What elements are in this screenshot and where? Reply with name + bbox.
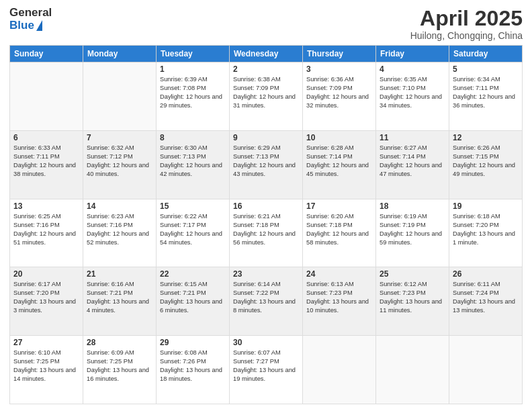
day-info: Sunrise: 6:35 AM Sunset: 7:10 PM Dayligh… <box>380 75 445 110</box>
calendar-cell: 25Sunrise: 6:12 AM Sunset: 7:23 PM Dayli… <box>376 267 449 336</box>
calendar-cell: 3Sunrise: 6:36 AM Sunset: 7:09 PM Daylig… <box>303 62 376 131</box>
day-number: 5 <box>453 64 519 74</box>
day-number: 16 <box>233 201 299 211</box>
week-row-1: 1Sunrise: 6:39 AM Sunset: 7:08 PM Daylig… <box>10 62 523 131</box>
day-number: 30 <box>233 338 299 347</box>
day-info: Sunrise: 6:38 AM Sunset: 7:09 PM Dayligh… <box>233 75 299 110</box>
calendar-cell: 2Sunrise: 6:38 AM Sunset: 7:09 PM Daylig… <box>230 62 303 131</box>
day-info: Sunrise: 6:36 AM Sunset: 7:09 PM Dayligh… <box>306 75 372 110</box>
day-info: Sunrise: 6:27 AM Sunset: 7:14 PM Dayligh… <box>380 144 445 179</box>
day-number: 6 <box>13 133 79 142</box>
day-info: Sunrise: 6:34 AM Sunset: 7:11 PM Dayligh… <box>453 75 519 110</box>
day-number: 26 <box>453 269 519 279</box>
calendar-cell: 21Sunrise: 6:16 AM Sunset: 7:21 PM Dayli… <box>83 267 157 336</box>
calendar-cell <box>10 62 83 131</box>
day-number: 7 <box>87 133 152 142</box>
day-number: 28 <box>87 338 152 347</box>
calendar-cell: 28Sunrise: 6:09 AM Sunset: 7:25 PM Dayli… <box>83 336 157 404</box>
day-number: 13 <box>13 201 79 211</box>
day-info: Sunrise: 6:16 AM Sunset: 7:21 PM Dayligh… <box>87 280 152 315</box>
weekday-header-row: SundayMondayTuesdayWednesdayThursdayFrid… <box>10 46 523 62</box>
week-row-5: 27Sunrise: 6:10 AM Sunset: 7:25 PM Dayli… <box>10 336 523 404</box>
day-info: Sunrise: 6:25 AM Sunset: 7:16 PM Dayligh… <box>13 212 79 247</box>
calendar-cell: 5Sunrise: 6:34 AM Sunset: 7:11 PM Daylig… <box>449 62 523 131</box>
calendar-cell: 29Sunrise: 6:08 AM Sunset: 7:26 PM Dayli… <box>157 336 230 404</box>
weekday-thursday: Thursday <box>303 46 376 62</box>
calendar-cell: 12Sunrise: 6:26 AM Sunset: 7:15 PM Dayli… <box>449 130 523 199</box>
day-number: 21 <box>87 269 152 279</box>
day-number: 2 <box>233 64 299 74</box>
day-info: Sunrise: 6:33 AM Sunset: 7:11 PM Dayligh… <box>13 144 79 179</box>
weekday-sunday: Sunday <box>10 46 83 62</box>
calendar-cell: 4Sunrise: 6:35 AM Sunset: 7:10 PM Daylig… <box>376 62 449 131</box>
calendar-cell: 7Sunrise: 6:32 AM Sunset: 7:12 PM Daylig… <box>83 130 157 199</box>
calendar-cell: 26Sunrise: 6:11 AM Sunset: 7:24 PM Dayli… <box>449 267 523 336</box>
week-row-3: 13Sunrise: 6:25 AM Sunset: 7:16 PM Dayli… <box>10 199 523 267</box>
day-info: Sunrise: 6:29 AM Sunset: 7:13 PM Dayligh… <box>233 144 299 179</box>
weekday-saturday: Saturday <box>449 46 523 62</box>
day-number: 14 <box>87 201 152 211</box>
day-number: 22 <box>160 269 226 279</box>
calendar-cell: 27Sunrise: 6:10 AM Sunset: 7:25 PM Dayli… <box>10 336 83 404</box>
calendar-cell <box>376 336 449 404</box>
day-info: Sunrise: 6:13 AM Sunset: 7:23 PM Dayligh… <box>306 280 372 315</box>
calendar-cell: 20Sunrise: 6:17 AM Sunset: 7:20 PM Dayli… <box>10 267 83 336</box>
logo: General Blue <box>9 7 52 32</box>
day-info: Sunrise: 6:21 AM Sunset: 7:18 PM Dayligh… <box>233 212 299 247</box>
calendar-cell: 6Sunrise: 6:33 AM Sunset: 7:11 PM Daylig… <box>10 130 83 199</box>
calendar-title: April 2025 <box>410 7 523 30</box>
day-number: 15 <box>160 201 226 211</box>
day-info: Sunrise: 6:39 AM Sunset: 7:08 PM Dayligh… <box>160 75 226 110</box>
week-row-4: 20Sunrise: 6:17 AM Sunset: 7:20 PM Dayli… <box>10 267 523 336</box>
page: General Blue April 2025 Huilong, Chongqi… <box>0 0 532 411</box>
day-info: Sunrise: 6:17 AM Sunset: 7:20 PM Dayligh… <box>13 280 79 315</box>
weekday-friday: Friday <box>376 46 449 62</box>
title-area: April 2025 Huilong, Chongqing, China <box>410 7 523 41</box>
day-info: Sunrise: 6:19 AM Sunset: 7:19 PM Dayligh… <box>380 212 445 247</box>
day-info: Sunrise: 6:12 AM Sunset: 7:23 PM Dayligh… <box>380 280 445 315</box>
calendar-cell <box>449 336 523 404</box>
day-info: Sunrise: 6:15 AM Sunset: 7:21 PM Dayligh… <box>160 280 226 315</box>
day-number: 19 <box>453 201 519 211</box>
day-info: Sunrise: 6:26 AM Sunset: 7:15 PM Dayligh… <box>453 144 519 179</box>
day-info: Sunrise: 6:23 AM Sunset: 7:16 PM Dayligh… <box>87 212 152 247</box>
calendar-cell: 18Sunrise: 6:19 AM Sunset: 7:19 PM Dayli… <box>376 199 449 267</box>
calendar-cell: 30Sunrise: 6:07 AM Sunset: 7:27 PM Dayli… <box>230 336 303 404</box>
calendar-cell <box>83 62 157 131</box>
calendar-cell: 16Sunrise: 6:21 AM Sunset: 7:18 PM Dayli… <box>230 199 303 267</box>
day-info: Sunrise: 6:28 AM Sunset: 7:14 PM Dayligh… <box>306 144 372 179</box>
day-number: 8 <box>160 133 226 142</box>
day-number: 3 <box>306 64 372 74</box>
day-info: Sunrise: 6:08 AM Sunset: 7:26 PM Dayligh… <box>160 349 226 383</box>
week-row-2: 6Sunrise: 6:33 AM Sunset: 7:11 PM Daylig… <box>10 130 523 199</box>
day-number: 4 <box>380 64 445 74</box>
weekday-monday: Monday <box>83 46 157 62</box>
day-number: 27 <box>13 338 79 347</box>
day-number: 29 <box>160 338 226 347</box>
day-number: 10 <box>306 133 372 142</box>
day-info: Sunrise: 6:20 AM Sunset: 7:18 PM Dayligh… <box>306 212 372 247</box>
calendar-cell: 13Sunrise: 6:25 AM Sunset: 7:16 PM Dayli… <box>10 199 83 267</box>
day-info: Sunrise: 6:30 AM Sunset: 7:13 PM Dayligh… <box>160 144 226 179</box>
day-number: 18 <box>380 201 445 211</box>
day-info: Sunrise: 6:14 AM Sunset: 7:22 PM Dayligh… <box>233 280 299 315</box>
day-number: 12 <box>453 133 519 142</box>
calendar-cell: 1Sunrise: 6:39 AM Sunset: 7:08 PM Daylig… <box>157 62 230 131</box>
day-info: Sunrise: 6:09 AM Sunset: 7:25 PM Dayligh… <box>87 349 152 383</box>
day-number: 9 <box>233 133 299 142</box>
day-number: 1 <box>160 64 226 74</box>
day-info: Sunrise: 6:18 AM Sunset: 7:20 PM Dayligh… <box>453 212 519 247</box>
calendar-cell: 23Sunrise: 6:14 AM Sunset: 7:22 PM Dayli… <box>230 267 303 336</box>
day-info: Sunrise: 6:32 AM Sunset: 7:12 PM Dayligh… <box>87 144 152 179</box>
calendar-cell: 22Sunrise: 6:15 AM Sunset: 7:21 PM Dayli… <box>157 267 230 336</box>
header: General Blue April 2025 Huilong, Chongqi… <box>9 7 523 41</box>
calendar-cell: 11Sunrise: 6:27 AM Sunset: 7:14 PM Dayli… <box>376 130 449 199</box>
calendar-cell: 14Sunrise: 6:23 AM Sunset: 7:16 PM Dayli… <box>83 199 157 267</box>
day-number: 25 <box>380 269 445 279</box>
weekday-tuesday: Tuesday <box>157 46 230 62</box>
weekday-wednesday: Wednesday <box>230 46 303 62</box>
day-number: 17 <box>306 201 372 211</box>
calendar-cell: 17Sunrise: 6:20 AM Sunset: 7:18 PM Dayli… <box>303 199 376 267</box>
calendar-cell <box>303 336 376 404</box>
day-info: Sunrise: 6:07 AM Sunset: 7:27 PM Dayligh… <box>233 349 299 383</box>
